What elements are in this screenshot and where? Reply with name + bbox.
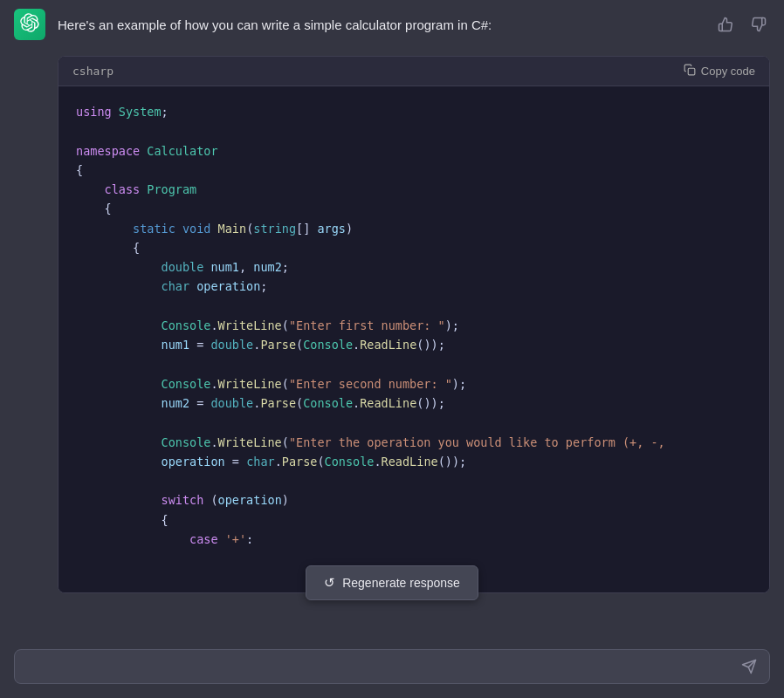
code-content: using System; namespace Calculator { cla… <box>58 86 769 592</box>
message-header: Here's an example of how you can write a… <box>0 0 784 49</box>
code-header: csharp Copy code <box>58 57 769 86</box>
regenerate-icon: ↺ <box>324 575 335 591</box>
header-actions <box>714 13 770 36</box>
send-button[interactable] <box>741 659 757 674</box>
thumbs-up-button[interactable] <box>714 13 737 36</box>
thumbs-down-button[interactable] <box>747 13 770 36</box>
code-block: csharp Copy code using System; namespace… <box>58 56 770 593</box>
code-text: using System; namespace Calculator { cla… <box>76 102 752 549</box>
header-message: Here's an example of how you can write a… <box>58 16 702 34</box>
code-language: csharp <box>72 65 113 78</box>
copy-label: Copy code <box>701 65 755 78</box>
input-area <box>0 639 784 698</box>
logo-icon <box>20 13 39 37</box>
regenerate-button[interactable]: ↺ Regenerate response <box>306 565 478 600</box>
chat-input-box <box>14 649 770 684</box>
regenerate-label: Regenerate response <box>342 576 460 590</box>
chatgpt-logo <box>14 9 45 40</box>
copy-icon <box>684 64 696 79</box>
svg-rect-0 <box>688 68 695 75</box>
regenerate-container: ↺ Regenerate response <box>0 565 784 600</box>
copy-code-button[interactable]: Copy code <box>684 64 755 79</box>
chat-input[interactable] <box>27 660 732 674</box>
